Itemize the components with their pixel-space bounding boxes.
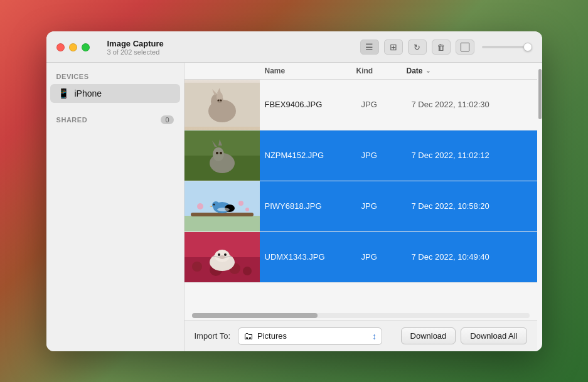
sidebar-item-iphone[interactable]: 📱 iPhone (50, 84, 180, 103)
table-row[interactable]: PIWY6818.JPG JPG 7 Dec 2022, 10:58:20 (184, 181, 537, 232)
file-date: 7 Dec 2022, 10:49:40 (412, 252, 537, 262)
svg-point-28 (245, 208, 249, 211)
col-kind-header: Kind (356, 66, 407, 75)
file-kind: JPG (361, 252, 412, 262)
action-buttons: Download Download All (401, 327, 527, 344)
svg-point-24 (213, 203, 215, 205)
app-title: Image Capture (107, 39, 353, 48)
horizontal-scrollbar-thumb (192, 313, 318, 318)
table-row[interactable]: UDMX1343.JPG JPG 7 Dec 2022, 10:49:40 (184, 232, 537, 283)
zoom-slider-container (482, 46, 532, 48)
shared-section: SHARED 0 (46, 113, 184, 128)
grid-view-button[interactable]: ⊞ (384, 40, 403, 55)
rotate-icon: ↻ (414, 43, 420, 52)
file-thumbnail (184, 80, 260, 130)
horizontal-scrollbar[interactable] (192, 313, 530, 318)
bottom-bar: Import To: 🗂 Pictures ↕ Download Downloa… (184, 321, 537, 351)
crop-button[interactable] (456, 40, 474, 55)
svg-point-15 (216, 152, 218, 154)
content-area: DEVICES 📱 iPhone SHARED 0 Name Kind Date (46, 63, 542, 351)
sidebar: DEVICES 📱 iPhone SHARED 0 (46, 63, 184, 351)
file-info: PIWY6818.JPG JPG 7 Dec 2022, 10:58:20 (260, 201, 537, 211)
download-button[interactable]: Download (401, 327, 456, 344)
file-kind: JPG (361, 100, 412, 109)
file-name: NZPM4152.JPG (260, 151, 361, 160)
file-thumbnail (184, 130, 260, 181)
file-list[interactable]: FBEX9406.JPG JPG 7 Dec 2022, 11:02:30 (184, 80, 537, 310)
file-kind: JPG (361, 151, 412, 160)
iphone-icon: 📱 (58, 88, 70, 99)
file-kind: JPG (361, 201, 412, 211)
file-name: FBEX9406.JPG (260, 100, 361, 109)
file-thumbnail (184, 232, 260, 282)
svg-point-23 (217, 208, 230, 211)
minimize-button[interactable] (69, 43, 77, 51)
svg-point-31 (192, 262, 202, 272)
file-info: NZPM4152.JPG JPG 7 Dec 2022, 11:02:12 (260, 151, 537, 160)
svg-point-27 (238, 201, 243, 206)
col-date-header: Date ⌄ (407, 66, 532, 75)
file-name: PIWY6818.JPG (260, 201, 361, 211)
titlebar: Image Capture 3 of 202 selected ☰ ⊞ ↻ 🗑 (46, 31, 542, 63)
svg-point-39 (219, 255, 225, 259)
grid-view-icon: ⊞ (390, 42, 397, 52)
file-date: 7 Dec 2022, 10:58:20 (412, 201, 537, 211)
table-row[interactable]: NZPM4152.JPG JPG 7 Dec 2022, 11:02:12 (184, 130, 537, 181)
table-header: Name Kind Date ⌄ (184, 63, 537, 80)
file-thumbnail (184, 181, 260, 231)
table-row[interactable]: FBEX9406.JPG JPG 7 Dec 2022, 11:02:30 (184, 80, 537, 130)
svg-point-37 (218, 253, 220, 256)
svg-point-8 (220, 99, 222, 101)
devices-label: DEVICES (46, 70, 184, 84)
crop-icon (461, 43, 469, 51)
close-button[interactable] (56, 43, 65, 51)
traffic-lights (56, 43, 90, 51)
vertical-scrollbar-thumb (538, 69, 542, 119)
svg-rect-18 (184, 216, 260, 231)
vertical-scrollbar[interactable] (537, 63, 542, 351)
zoom-slider[interactable] (482, 46, 532, 48)
list-view-button[interactable]: ☰ (360, 40, 379, 55)
selection-count: 3 of 202 selected (107, 48, 353, 56)
download-all-button[interactable]: Download All (461, 327, 527, 344)
list-view-icon: ☰ (365, 42, 373, 52)
toolbar-controls: ☰ ⊞ ↻ 🗑 (360, 40, 532, 55)
svg-point-22 (212, 201, 220, 209)
import-to-label: Import To: (195, 331, 231, 341)
trash-icon: 🗑 (437, 43, 445, 52)
sidebar-item-iphone-label: iPhone (75, 88, 102, 98)
titlebar-info: Image Capture 3 of 202 selected (107, 39, 353, 56)
file-info: UDMX1343.JPG JPG 7 Dec 2022, 10:49:40 (260, 252, 537, 262)
maximize-button[interactable] (82, 43, 90, 51)
sort-arrow-icon: ⌄ (425, 67, 430, 74)
svg-point-16 (220, 152, 222, 154)
app-window: Image Capture 3 of 202 selected ☰ ⊞ ↻ 🗑 (46, 31, 542, 351)
shared-badge: 0 (161, 115, 173, 124)
chevron-up-down-icon: ↕ (372, 331, 377, 341)
folder-icon: 🗂 (243, 331, 254, 342)
file-date: 7 Dec 2022, 11:02:12 (412, 151, 537, 160)
rotate-button[interactable]: ↻ (408, 40, 427, 55)
svg-point-34 (243, 267, 252, 275)
import-folder-name: Pictures (257, 331, 368, 341)
svg-point-26 (197, 203, 203, 210)
shared-header: SHARED 0 (46, 113, 184, 128)
svg-point-7 (217, 99, 219, 101)
col-name-header: Name (260, 66, 356, 75)
main-area: Name Kind Date ⌄ (184, 63, 537, 351)
svg-point-38 (224, 253, 227, 256)
file-date: 7 Dec 2022, 11:02:30 (412, 100, 537, 109)
file-info: FBEX9406.JPG JPG 7 Dec 2022, 11:02:30 (260, 100, 537, 109)
import-folder-selector[interactable]: 🗂 Pictures ↕ (238, 327, 382, 345)
file-name: UDMX1343.JPG (260, 252, 361, 262)
shared-label: SHARED (56, 116, 88, 124)
svg-point-12 (213, 147, 224, 161)
delete-button[interactable]: 🗑 (432, 40, 451, 55)
zoom-slider-thumb (523, 43, 532, 51)
thumbnail-image (184, 80, 260, 130)
